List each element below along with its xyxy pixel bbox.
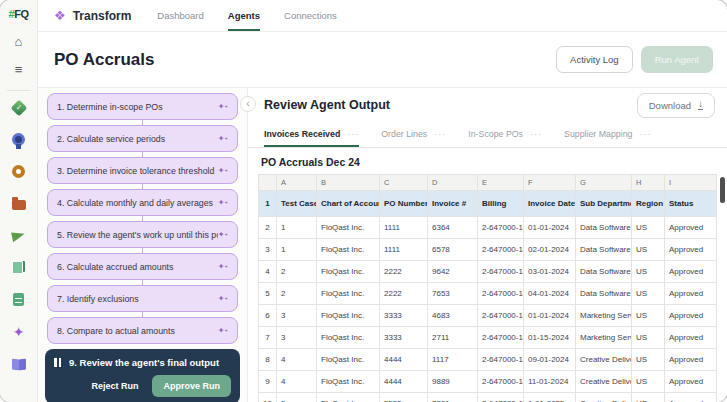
row-number[interactable]: 5 bbox=[259, 283, 277, 305]
cell[interactable]: US bbox=[632, 239, 665, 261]
cell[interactable]: Approved bbox=[665, 217, 717, 239]
cell[interactable]: 2-647000-14 bbox=[478, 283, 524, 305]
cell[interactable]: 4 bbox=[277, 371, 317, 393]
approve-run-button[interactable]: Approve Run bbox=[152, 375, 231, 397]
column-letter[interactable]: E bbox=[478, 175, 524, 191]
cell[interactable]: FloQast Inc. bbox=[317, 217, 380, 239]
agent-step[interactable]: 1. Determine in-scope POs ✦+ bbox=[47, 93, 238, 120]
book-icon[interactable] bbox=[10, 355, 27, 372]
agent-step[interactable]: 5. Review the agent's work up until this… bbox=[47, 221, 238, 248]
cell[interactable]: 2711 bbox=[428, 327, 478, 349]
cell[interactable]: 5555 bbox=[380, 393, 428, 402]
pages-icon[interactable] bbox=[10, 259, 27, 276]
cell[interactable]: 2222 bbox=[380, 261, 428, 283]
cell[interactable]: FloQast Inc. bbox=[317, 261, 380, 283]
cell[interactable]: Approved bbox=[665, 349, 717, 371]
folder-icon[interactable] bbox=[10, 195, 27, 212]
cell[interactable]: FloQast Inc. bbox=[317, 283, 380, 305]
column-letter[interactable]: B bbox=[317, 175, 380, 191]
activity-log-button[interactable]: Activity Log bbox=[556, 46, 633, 73]
cell[interactable]: US bbox=[632, 393, 665, 402]
cell[interactable]: 03-01-2024 bbox=[524, 261, 576, 283]
cell[interactable]: 02-01-2024 bbox=[524, 239, 576, 261]
cell[interactable]: FloQast Inc. bbox=[317, 239, 380, 261]
cell[interactable]: 4683 bbox=[428, 305, 478, 327]
cell[interactable]: 2-647000-14 bbox=[478, 239, 524, 261]
column-header[interactable]: Billing bbox=[478, 191, 524, 217]
cell[interactable]: 2361 bbox=[428, 393, 478, 402]
cell[interactable]: Approved bbox=[665, 327, 717, 349]
row-number[interactable]: 8 bbox=[259, 349, 277, 371]
paper-plane-icon[interactable] bbox=[10, 227, 27, 244]
cell[interactable]: US bbox=[632, 305, 665, 327]
agent-step[interactable]: 7. Identify exclusions ✦+ bbox=[47, 285, 238, 312]
column-letter[interactable]: F bbox=[524, 175, 576, 191]
row-number[interactable]: 7 bbox=[259, 327, 277, 349]
reject-run-button[interactable]: Reject Run bbox=[91, 381, 138, 391]
cell[interactable]: 1-01-2025 bbox=[524, 393, 576, 402]
column-letter[interactable]: D bbox=[428, 175, 478, 191]
cell[interactable]: 3333 bbox=[380, 327, 428, 349]
agent-step[interactable]: 8. Compare to actual amounts ✦+ bbox=[47, 317, 238, 344]
cell[interactable]: 09-01-2024 bbox=[524, 349, 576, 371]
tab-invoices-received[interactable]: Invoices Received ··· bbox=[264, 129, 359, 147]
cell[interactable]: Approved bbox=[665, 283, 717, 305]
cell[interactable]: 2-647000-14 bbox=[478, 305, 524, 327]
cell[interactable]: 2-647000-14 bbox=[478, 371, 524, 393]
cell[interactable]: FloQast Inc. bbox=[317, 327, 380, 349]
cell[interactable]: Creative Delivery bbox=[576, 371, 632, 393]
column-header[interactable]: Status bbox=[665, 191, 717, 217]
column-header[interactable]: Invoice # bbox=[428, 191, 478, 217]
sparkle-app-icon[interactable]: ✦ bbox=[10, 323, 27, 340]
cell[interactable]: 2 bbox=[277, 261, 317, 283]
cell[interactable]: 2-647000-14 bbox=[478, 261, 524, 283]
cell[interactable]: 2-647000-14 bbox=[478, 393, 524, 402]
cell[interactable]: 01-15-2024 bbox=[524, 327, 576, 349]
cell[interactable]: 3 bbox=[277, 305, 317, 327]
cell[interactable]: US bbox=[632, 217, 665, 239]
cell[interactable]: 1 bbox=[277, 239, 317, 261]
tab-menu-icon[interactable]: ··· bbox=[434, 130, 446, 139]
cell[interactable]: Approved bbox=[665, 261, 717, 283]
column-header[interactable]: Invoice Date bbox=[524, 191, 576, 217]
cell[interactable]: 04-01-2024 bbox=[524, 283, 576, 305]
cell[interactable]: Data Software bbox=[576, 239, 632, 261]
badge-icon[interactable] bbox=[10, 131, 27, 148]
cell[interactable]: 2-647000-14 bbox=[478, 349, 524, 371]
nav-tab-agents[interactable]: Agents bbox=[228, 0, 260, 31]
row-number[interactable]: 1 bbox=[259, 191, 277, 217]
tab-menu-icon[interactable]: ··· bbox=[530, 130, 542, 139]
cell[interactable]: 1 bbox=[277, 217, 317, 239]
row-number[interactable]: 10 bbox=[259, 393, 277, 402]
cell[interactable]: 2-647000-14 bbox=[478, 217, 524, 239]
cell[interactable]: 9889 bbox=[428, 371, 478, 393]
row-number[interactable]: 2 bbox=[259, 217, 277, 239]
cell[interactable]: US bbox=[632, 371, 665, 393]
task-list-icon[interactable]: ≡ bbox=[8, 58, 30, 80]
cell[interactable]: 1111 bbox=[380, 239, 428, 261]
column-header[interactable]: PO Number bbox=[380, 191, 428, 217]
cell[interactable]: 6578 bbox=[428, 239, 478, 261]
home-icon[interactable]: ⌂ bbox=[8, 30, 30, 52]
vertical-scrollbar[interactable] bbox=[720, 177, 725, 203]
cell[interactable]: 6364 bbox=[428, 217, 478, 239]
column-header[interactable]: Test Case bbox=[277, 191, 317, 217]
row-number[interactable]: 6 bbox=[259, 305, 277, 327]
cell[interactable]: US bbox=[632, 261, 665, 283]
cell[interactable]: Data Software bbox=[576, 283, 632, 305]
cell[interactable]: FloQast Inc. bbox=[317, 349, 380, 371]
cell[interactable]: 01-01-2024 bbox=[524, 217, 576, 239]
cell[interactable]: 2222 bbox=[380, 283, 428, 305]
column-letter[interactable]: C bbox=[380, 175, 428, 191]
cell[interactable]: 4444 bbox=[380, 349, 428, 371]
column-header[interactable]: Sub Department bbox=[576, 191, 632, 217]
download-button[interactable]: Download ↓ bbox=[637, 93, 715, 118]
cell[interactable]: Creative Delivery bbox=[576, 393, 632, 402]
ring-icon[interactable] bbox=[10, 163, 27, 180]
column-letter[interactable]: G bbox=[576, 175, 632, 191]
tab-supplier-mapping[interactable]: Supplier Mapping ··· bbox=[564, 129, 651, 147]
row-number[interactable]: 9 bbox=[259, 371, 277, 393]
run-agent-button[interactable]: Run Agent bbox=[641, 46, 713, 73]
tab-menu-icon[interactable]: ··· bbox=[639, 130, 651, 139]
nav-tab-dashboard[interactable]: Dashboard bbox=[157, 0, 203, 31]
